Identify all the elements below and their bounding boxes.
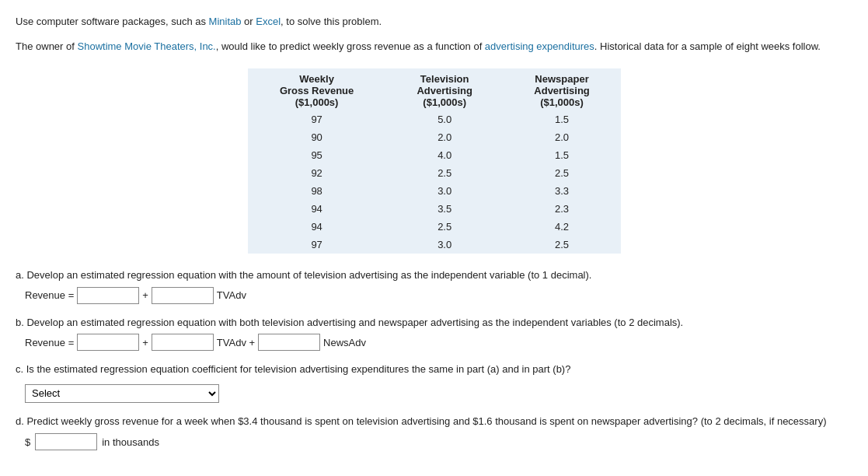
section-a-label: a. Develop an estimated regression equat… (16, 268, 852, 283)
section-a: a. Develop an estimated regression equat… (16, 268, 852, 304)
section-b-equation: Revenue = + TVAdv + NewsAdv (25, 334, 852, 351)
section-a-input2[interactable] (152, 287, 214, 304)
cell-news-7: 2.5 (504, 236, 621, 254)
in-thousands-label: in thousands (102, 436, 159, 448)
table-row: 942.54.2 (248, 218, 621, 236)
newsadv-label-b: NewsAdv (323, 337, 366, 348)
excel-link: Excel (256, 16, 281, 27)
section-d-predict-row: $ in thousands (25, 433, 852, 450)
section-d-input[interactable] (35, 433, 97, 450)
cell-news-4: 3.3 (504, 182, 621, 200)
cell-tv-5: 3.5 (386, 200, 504, 218)
intro-line1: Use computer software packages, such as … (16, 14, 852, 30)
problem-statement: The owner of Showtime Movie Theaters, In… (16, 39, 852, 55)
cell-revenue-5: 94 (248, 200, 386, 218)
showtime-link: Showtime Movie Theaters, Inc. (78, 40, 216, 52)
plus-b: + (142, 337, 148, 348)
cell-revenue-7: 97 (248, 236, 386, 254)
revenue-label-a: Revenue = (25, 289, 74, 301)
col1-header: Weekly Gross Revenue ($1,000s) (248, 68, 386, 110)
cell-news-6: 4.2 (504, 218, 621, 236)
cell-news-3: 2.5 (504, 164, 621, 182)
col2-header: Television Advertising ($1,000s) (386, 68, 504, 110)
plus-a: + (142, 289, 148, 301)
section-a-input1[interactable] (77, 287, 139, 304)
cell-news-1: 2.0 (504, 128, 621, 146)
minitab-link: Minitab (209, 16, 242, 27)
section-d-label: d. Predict weekly gross revenue for a we… (16, 414, 852, 429)
cell-news-2: 1.5 (504, 146, 621, 164)
table-row: 975.01.5 (248, 110, 621, 128)
data-table-container: Weekly Gross Revenue ($1,000s) Televisio… (16, 68, 852, 254)
cell-revenue-4: 98 (248, 182, 386, 200)
data-table: Weekly Gross Revenue ($1,000s) Televisio… (248, 68, 621, 254)
section-b-label: b. Develop an estimated regression equat… (16, 315, 852, 331)
section-a-equation: Revenue = + TVAdv (25, 287, 852, 304)
section-c-select-wrapper: SelectYesNo (25, 384, 219, 403)
cell-revenue-6: 94 (248, 218, 386, 236)
cell-tv-2: 4.0 (386, 146, 504, 164)
cell-revenue-2: 95 (248, 146, 386, 164)
table-row: 943.52.3 (248, 200, 621, 218)
section-b: b. Develop an estimated regression equat… (16, 315, 852, 352)
table-row: 983.03.3 (248, 182, 621, 200)
section-d: d. Predict weekly gross revenue for a we… (16, 414, 852, 451)
cell-news-5: 2.3 (504, 200, 621, 218)
tvadv-label-a: TVAdv (217, 289, 246, 301)
revenue-label-b: Revenue = (25, 337, 74, 348)
table-row: 922.52.5 (248, 164, 621, 182)
col3-header: Newspaper Advertising ($1,000s) (504, 68, 621, 110)
table-row: 902.02.0 (248, 128, 621, 146)
advertising-link: advertising expenditures (485, 40, 594, 52)
tvadv-label-b: TVAdv + (217, 337, 255, 348)
section-b-input3[interactable] (258, 334, 320, 351)
cell-revenue-3: 92 (248, 164, 386, 182)
dollar-sign: $ (25, 436, 30, 448)
cell-tv-1: 2.0 (386, 128, 504, 146)
table-row: 954.01.5 (248, 146, 621, 164)
table-row: 973.02.5 (248, 236, 621, 254)
cell-tv-6: 2.5 (386, 218, 504, 236)
cell-tv-3: 2.5 (386, 164, 504, 182)
section-c-select[interactable]: SelectYesNo (25, 384, 219, 403)
cell-tv-7: 3.0 (386, 236, 504, 254)
cell-revenue-0: 97 (248, 110, 386, 128)
cell-revenue-1: 90 (248, 128, 386, 146)
cell-tv-0: 5.0 (386, 110, 504, 128)
section-c-label: c. Is the estimated regression equation … (16, 362, 852, 377)
cell-news-0: 1.5 (504, 110, 621, 128)
section-b-input2[interactable] (152, 334, 214, 351)
cell-tv-4: 3.0 (386, 182, 504, 200)
section-c: c. Is the estimated regression equation … (16, 362, 852, 403)
section-b-input1[interactable] (77, 334, 139, 351)
